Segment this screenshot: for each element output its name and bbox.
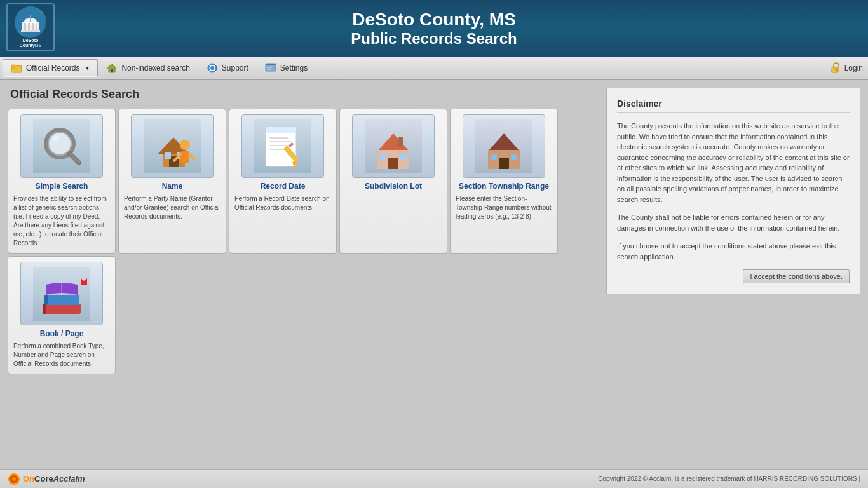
disclaimer-title: Disclaimer [617, 98, 850, 113]
nav-non-indexed-label: Non-indexed search [121, 64, 189, 72]
header: DeSotoCountyMS DeSoto County, MS Public … [0, 0, 868, 57]
subdivision-lot-icon-area [352, 114, 435, 178]
nav-official-records[interactable]: Official Records ▼ [3, 59, 98, 77]
svg-rect-20 [266, 64, 276, 65]
svg-point-38 [180, 140, 190, 150]
svg-rect-22 [267, 69, 271, 70]
svg-rect-58 [398, 137, 403, 146]
simple-search-icon-area [20, 114, 103, 178]
login-icon [831, 62, 842, 74]
svg-point-74 [12, 477, 16, 481]
svg-rect-21 [267, 67, 272, 68]
footer-brand-on: OnCoreAcclaim [23, 474, 85, 484]
header-line1: DeSoto County, MS [351, 10, 517, 30]
name-search-title: Name [162, 182, 183, 191]
svg-rect-56 [380, 154, 386, 160]
subdivision-lot-title: Subdivision Lot [365, 182, 422, 191]
nav-support-label: Support [222, 64, 248, 72]
svg-rect-47 [269, 145, 287, 146]
folder-icon [11, 62, 22, 74]
svg-rect-8 [30, 15, 31, 22]
main-content: Official Records Search [0, 80, 868, 469]
name-search-icon-area [131, 114, 214, 178]
svg-rect-12 [111, 69, 113, 72]
book-page-card[interactable]: Book / Page Perform a combined Book Type… [8, 256, 116, 374]
footer-logo: OnCoreAcclaim [8, 473, 85, 485]
section-township-title: Section Township Range [459, 182, 549, 191]
svg-rect-57 [400, 154, 407, 160]
svg-rect-39 [180, 151, 189, 163]
footer: OnCoreAcclaim Copyright 2022 © Acclaim, … [0, 469, 868, 488]
logo-text: DeSotoCountyMS [20, 38, 42, 49]
nav-official-records-label: Official Records [26, 64, 79, 72]
svg-rect-36 [165, 152, 171, 159]
login-label: Login [844, 64, 863, 72]
svg-rect-10 [13, 67, 15, 69]
record-date-card[interactable]: Record Date Perform a Record Date search… [229, 109, 337, 254]
svg-point-24 [835, 69, 837, 71]
svg-rect-45 [269, 137, 288, 139]
header-title: DeSoto County, MS Public Records Search [351, 10, 517, 48]
svg-rect-4 [28, 23, 30, 32]
section-township-icon-area [463, 114, 545, 178]
svg-rect-69 [43, 304, 46, 314]
settings-icon [265, 62, 276, 74]
section-township-card[interactable]: Section Township Range Please enter the … [450, 109, 558, 254]
svg-rect-63 [491, 154, 497, 160]
header-line2: Public Records Search [351, 30, 517, 48]
svg-rect-46 [269, 141, 292, 142]
logo-circle [15, 6, 46, 38]
book-page-desc: Perform a combined Book Type, Number and… [13, 342, 110, 369]
section-township-desc: Please enter the Section-Township-Range … [456, 194, 552, 221]
svg-rect-62 [499, 158, 509, 169]
navbar: Official Records ▼ Non-indexed search Su… [0, 57, 868, 80]
simple-search-card[interactable]: Simple Search Provides the ability to se… [8, 109, 116, 254]
svg-rect-64 [511, 154, 517, 160]
nav-login[interactable]: Login [831, 62, 863, 74]
svg-rect-6 [36, 23, 37, 32]
name-search-desc: Perform a Party Name (Grantor and/or Gra… [124, 194, 220, 221]
simple-search-title: Simple Search [36, 182, 88, 191]
svg-rect-67 [44, 295, 79, 305]
search-grid: Simple Search Provides the ability to se… [8, 109, 599, 374]
book-page-title: Book / Page [40, 329, 84, 338]
logo-area: DeSotoCountyMS [6, 3, 57, 54]
subdivision-lot-card[interactable]: Subdivision Lot [339, 109, 447, 254]
book-page-icon-area [20, 262, 103, 325]
page-title: Official Records Search [8, 88, 599, 101]
disclaimer-paragraph-1: The County presents the information on t… [617, 121, 850, 205]
svg-rect-44 [266, 127, 296, 133]
svg-rect-7 [21, 30, 40, 32]
disclaimer-panel: Disclaimer The County presents the infor… [606, 88, 860, 294]
simple-search-desc: Provides the ability to select from a li… [13, 194, 110, 248]
svg-rect-70 [44, 295, 48, 305]
dropdown-arrow: ▼ [85, 65, 90, 71]
svg-rect-9 [11, 65, 22, 72]
oncore-logo-icon [8, 473, 20, 485]
footer-copyright: Copyright 2022 © Acclaim, is a registere… [598, 475, 860, 482]
svg-rect-3 [24, 23, 26, 32]
accept-button[interactable]: I accept the conditions above. [743, 269, 850, 283]
svg-rect-66 [43, 304, 81, 314]
nav-settings[interactable]: Settings [257, 59, 316, 77]
svg-rect-55 [388, 158, 398, 169]
name-search-card[interactable]: Name Perform a Party Name (Grantor and/o… [118, 109, 226, 254]
svg-rect-5 [32, 23, 34, 32]
nav-support[interactable]: Support [198, 59, 257, 77]
nav-settings-label: Settings [280, 64, 308, 72]
record-date-title: Record Date [261, 182, 306, 191]
left-panel: Official Records Search [8, 88, 599, 461]
support-icon [207, 62, 218, 74]
nav-non-indexed[interactable]: Non-indexed search [98, 59, 198, 77]
record-date-desc: Perform a Record Date search on Official… [234, 194, 331, 212]
disclaimer-paragraph-2: The County shall not be liable for error… [617, 212, 850, 233]
record-date-icon-area [241, 114, 324, 178]
disclaimer-paragraph-3: If you choose not to accept the conditio… [617, 241, 850, 262]
house-nav-icon [106, 62, 118, 74]
